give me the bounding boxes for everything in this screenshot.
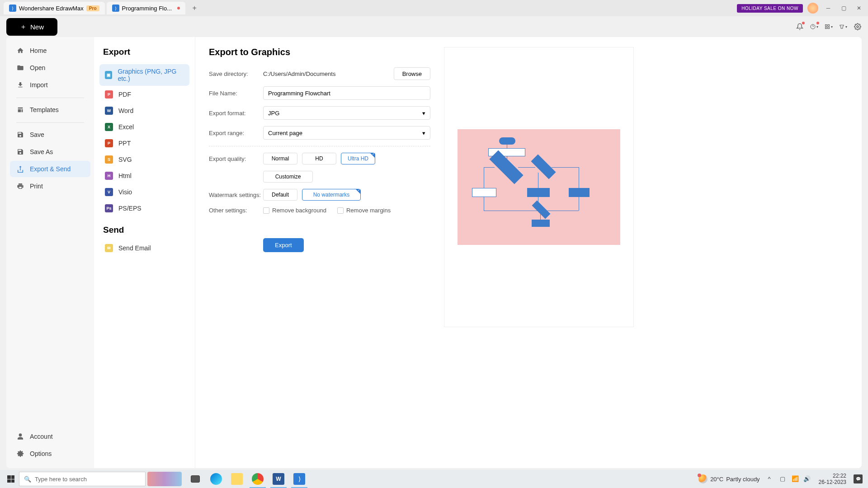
- fmt-html[interactable]: H Html: [99, 168, 189, 183]
- file-name-input[interactable]: [263, 86, 430, 100]
- flowchart-connector: [579, 197, 579, 211]
- task-word[interactable]: W: [269, 470, 288, 488]
- nav-save[interactable]: Save: [10, 127, 90, 143]
- tab-app[interactable]: ⟩ Wondershare EdrawMax Pro: [4, 2, 105, 14]
- svg-rect-2: [826, 25, 827, 27]
- task-edrawmax[interactable]: ⟩: [289, 470, 309, 488]
- nav-import[interactable]: Import: [10, 77, 90, 93]
- file-name-label: File Name:: [209, 90, 263, 97]
- task-view-button[interactable]: [185, 470, 205, 488]
- quality-normal-button[interactable]: Normal: [263, 153, 297, 164]
- templates-icon: [16, 106, 24, 114]
- export-button[interactable]: Export: [263, 238, 304, 252]
- fmt-ps[interactable]: Ps PS/EPS: [99, 201, 189, 216]
- browse-button[interactable]: Browse: [394, 67, 430, 80]
- task-chrome[interactable]: [248, 470, 268, 488]
- search-box[interactable]: 🔍 Type here to search: [19, 472, 146, 486]
- help-icon[interactable]: ▾: [810, 23, 818, 31]
- notification-icon[interactable]: [796, 23, 804, 31]
- minimize-button[interactable]: ─: [823, 3, 834, 14]
- chevron-down-icon: ▾: [422, 110, 425, 117]
- format-label: Export format:: [209, 110, 263, 117]
- fmt-excel[interactable]: X Excel: [99, 119, 189, 135]
- import-icon: [16, 81, 24, 89]
- pdf-icon: P: [105, 90, 113, 99]
- range-value: Current page: [268, 130, 302, 136]
- tray-volume-icon[interactable]: 🔊: [803, 475, 811, 483]
- fmt-graphics[interactable]: ▣ Graphics (PNG, JPG etc.): [99, 64, 189, 86]
- settings-icon[interactable]: [854, 23, 862, 31]
- fmt-svg[interactable]: S SVG: [99, 152, 189, 167]
- flowchart-connector: [541, 211, 579, 211]
- start-button[interactable]: [3, 471, 19, 487]
- watermark-default-button[interactable]: Default: [263, 189, 297, 201]
- svg-rect-3: [828, 25, 830, 27]
- nav-print-label: Print: [30, 183, 43, 190]
- graphics-icon: ▣: [105, 71, 112, 79]
- nav-export-send[interactable]: Export & Send: [10, 161, 90, 177]
- range-select[interactable]: Current page ▾: [263, 126, 430, 140]
- fmt-ppt[interactable]: P PPT: [99, 136, 189, 151]
- fmt-ppt-label: PPT: [118, 140, 131, 147]
- flowchart-connector: [484, 167, 484, 188]
- watermark-none-button[interactable]: No watermarks: [302, 189, 361, 201]
- nav-open[interactable]: Open: [10, 60, 90, 76]
- nav-options[interactable]: Options: [10, 446, 90, 462]
- export-title: Export: [99, 47, 189, 57]
- customize-button[interactable]: Customize: [263, 171, 313, 183]
- search-placeholder: Type here to search: [35, 476, 87, 483]
- nav-divider-2: [16, 122, 84, 123]
- toolbar-row: ＋ New ▾ ▾ ▾: [0, 16, 868, 37]
- new-button[interactable]: ＋ New: [6, 18, 57, 36]
- quality-uhd-button[interactable]: Ultra HD: [341, 153, 375, 164]
- tray-meet-now-icon[interactable]: ▢: [780, 475, 787, 483]
- grid-icon[interactable]: ▾: [825, 23, 833, 31]
- shirt-icon[interactable]: ▾: [839, 23, 847, 31]
- flowchart-connector: [579, 167, 579, 188]
- tab-document[interactable]: ⟩ Programming Flo...: [107, 2, 186, 14]
- remove-bg-label: Remove background: [272, 207, 326, 214]
- nav-templates[interactable]: Templates: [10, 102, 90, 118]
- nav-home[interactable]: Home: [10, 42, 90, 59]
- svg-rect-4: [828, 27, 830, 29]
- format-select[interactable]: JPG ▾: [263, 106, 430, 120]
- taskbar-decoration-icon[interactable]: [147, 472, 182, 486]
- task-edge[interactable]: [206, 470, 226, 488]
- remove-bg-checkbox[interactable]: [263, 207, 269, 214]
- add-tab-button[interactable]: +: [189, 3, 200, 14]
- ppt-icon: P: [105, 139, 113, 147]
- nav-home-label: Home: [30, 47, 47, 54]
- windows-icon: [7, 475, 14, 483]
- nav-save-as[interactable]: Save As: [10, 144, 90, 160]
- clock[interactable]: 22:22 26-12-2023: [819, 473, 846, 486]
- fmt-visio[interactable]: V Visio: [99, 184, 189, 200]
- flowchart-connector: [507, 156, 507, 163]
- fmt-ps-label: PS/EPS: [118, 205, 142, 212]
- word-icon: W: [105, 107, 113, 115]
- notification-center-icon[interactable]: 💬: [854, 474, 863, 483]
- remove-margins-checkbox[interactable]: [337, 207, 344, 214]
- fmt-send-email[interactable]: ✉ Send Email: [99, 240, 189, 256]
- avatar[interactable]: [807, 3, 818, 14]
- format-value: JPG: [268, 110, 279, 117]
- weather-widget[interactable]: 20°C Partly cloudy: [698, 474, 760, 483]
- close-button[interactable]: ✕: [854, 3, 864, 14]
- save-as-icon: [16, 148, 24, 156]
- quality-hd-button[interactable]: HD: [302, 153, 336, 164]
- nav-account[interactable]: Account: [10, 428, 90, 445]
- preview-box: [444, 47, 634, 327]
- fmt-pdf[interactable]: P PDF: [99, 87, 189, 102]
- save-dir-value: C:/Users/Admin/Documents: [263, 70, 388, 77]
- nav-print[interactable]: Print: [10, 178, 90, 194]
- task-explorer[interactable]: [227, 470, 247, 488]
- fmt-svg-label: SVG: [118, 156, 132, 163]
- range-label: Export range:: [209, 130, 263, 136]
- tray-wifi-icon[interactable]: 📶: [792, 475, 799, 483]
- plus-icon: ＋: [20, 23, 27, 31]
- ps-icon: Ps: [105, 204, 113, 212]
- maximize-button[interactable]: ▢: [838, 3, 849, 14]
- tray-chevron-up-icon[interactable]: ^: [768, 475, 775, 483]
- other-label: Other settings:: [209, 207, 263, 214]
- holiday-sale-badge[interactable]: HOLIDAY SALE ON NOW: [737, 4, 803, 13]
- fmt-word[interactable]: W Word: [99, 103, 189, 118]
